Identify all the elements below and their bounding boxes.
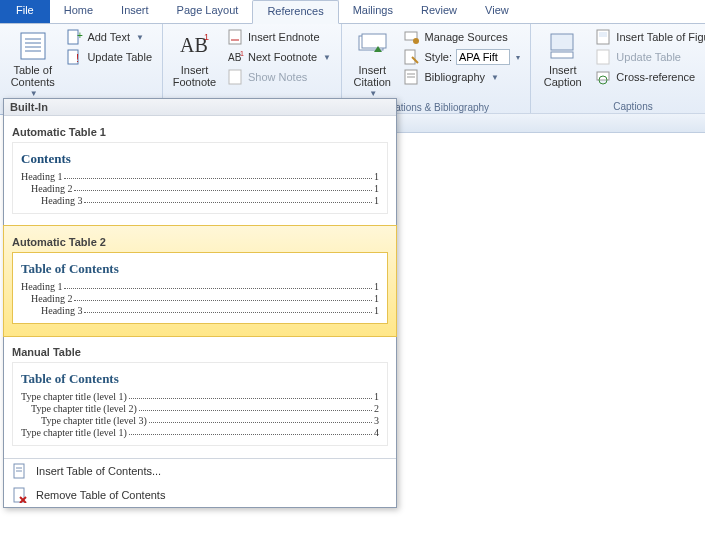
update-table-button[interactable]: ! Update Table (63, 48, 156, 66)
chevron-down-icon: ▼ (491, 73, 499, 82)
tab-mailings[interactable]: Mailings (339, 0, 407, 23)
chevron-down-icon: ▾ (516, 53, 520, 62)
gallery-item-auto2[interactable]: Automatic Table 2 Table of Contents Head… (3, 225, 397, 337)
next-footnote-button[interactable]: AB1 Next Footnote▼ (224, 48, 335, 66)
insert-citation-button[interactable]: Insert Citation ▼ (346, 26, 398, 102)
manage-sources-icon (404, 29, 420, 45)
toc-preview-auto1: Contents Heading 11Heading 21Heading 31 (12, 142, 388, 214)
show-notes-button[interactable]: Show Notes (224, 68, 335, 86)
add-text-icon: + (67, 29, 83, 45)
tab-file[interactable]: File (0, 0, 50, 23)
toc-row: Heading 21 (21, 183, 379, 194)
svg-rect-15 (229, 70, 241, 84)
toc-label: Table of Contents (11, 64, 55, 88)
svg-rect-17 (362, 34, 386, 48)
toc-row-text: Heading 1 (21, 171, 62, 182)
insert-footnote-button[interactable]: AB1 Insert Footnote (167, 26, 222, 101)
svg-rect-24 (551, 34, 573, 50)
svg-text:!: ! (76, 52, 79, 64)
tab-review[interactable]: Review (407, 0, 471, 23)
toc-row-page: 1 (374, 195, 379, 206)
toc-row-page: 1 (374, 281, 379, 292)
tab-insert[interactable]: Insert (107, 0, 163, 23)
svg-rect-11 (229, 30, 241, 44)
toc-row: Type chapter title (level 3)3 (21, 415, 379, 426)
gallery-item-auto2-title: Automatic Table 2 (6, 230, 394, 250)
gallery-item-manual-title: Manual Table (6, 340, 394, 360)
chevron-down-icon: ▼ (136, 33, 144, 42)
toc-row: Heading 31 (21, 195, 379, 206)
bibliography-icon (404, 69, 420, 85)
show-notes-icon (228, 69, 244, 85)
tab-view[interactable]: View (471, 0, 523, 23)
toc-dots (139, 403, 372, 411)
svg-rect-25 (551, 52, 573, 58)
update-icon: ! (67, 49, 83, 65)
gallery-item-auto1[interactable]: Automatic Table 1 Contents Heading 11Hea… (4, 116, 396, 226)
style-input[interactable] (456, 49, 510, 65)
svg-point-19 (413, 38, 419, 44)
endnote-label: Insert Endnote (248, 31, 320, 43)
insert-toc-menuitem[interactable]: Insert Table of Contents... (4, 459, 396, 483)
toc-heading: Table of Contents (21, 371, 379, 387)
gallery-section-builtin: Built-In (4, 99, 396, 116)
toc-row-text: Heading 2 (31, 293, 72, 304)
tof-label: Insert Table of Figures (616, 31, 705, 43)
update-table-label: Update Table (87, 51, 152, 63)
ruler[interactable] (396, 114, 705, 133)
manage-sources-label: Manage Sources (424, 31, 507, 43)
toc-row-page: 1 (374, 293, 379, 304)
toc-dots (64, 281, 372, 289)
svg-text:1: 1 (204, 32, 209, 42)
toc-heading: Contents (21, 151, 379, 167)
next-footnote-icon: AB1 (228, 49, 244, 65)
update-tof-button[interactable]: Update Table (592, 48, 705, 66)
cross-reference-button[interactable]: Cross-reference (592, 68, 705, 86)
toc-row: Type chapter title (level 1)4 (21, 427, 379, 438)
toc-row-text: Heading 2 (31, 183, 72, 194)
manage-sources-button[interactable]: Manage Sources (400, 28, 524, 46)
caption-label: Insert Caption (544, 64, 582, 88)
insert-caption-button[interactable]: Insert Caption (535, 26, 590, 101)
toc-row-page: 3 (374, 415, 379, 426)
table-of-contents-button[interactable]: Table of Contents ▼ (4, 26, 61, 102)
toc-row-page: 1 (374, 305, 379, 316)
add-text-label: Add Text (87, 31, 130, 43)
document-area[interactable] (396, 113, 705, 537)
toc-dots (84, 195, 372, 203)
toc-row-page: 2 (374, 403, 379, 414)
remove-toc-menuitem[interactable]: Remove Table of Contents (4, 483, 396, 507)
toc-dots (149, 415, 372, 423)
style-selector[interactable]: Style: ▾ (400, 48, 524, 66)
style-label: Style: (424, 51, 452, 63)
insert-toc-icon (12, 463, 28, 479)
show-notes-label: Show Notes (248, 71, 307, 83)
toc-row: Heading 11 (21, 281, 379, 292)
tab-references[interactable]: References (252, 0, 338, 24)
toc-row-page: 1 (374, 391, 379, 402)
insert-endnote-button[interactable]: Insert Endnote (224, 28, 335, 46)
add-text-button[interactable]: + Add Text▼ (63, 28, 156, 46)
toc-dots (74, 183, 372, 191)
bibliography-button[interactable]: Bibliography▼ (400, 68, 524, 86)
insert-toc-label: Insert Table of Contents... (36, 465, 161, 477)
caption-icon (547, 30, 579, 62)
bibliography-label: Bibliography (424, 71, 485, 83)
update-tof-icon (596, 49, 612, 65)
toc-dots (84, 305, 372, 313)
footnote-label: Insert Footnote (173, 64, 216, 88)
toc-row-text: Type chapter title (level 1) (21, 427, 127, 438)
gallery-item-manual[interactable]: Manual Table Table of Contents Type chap… (4, 336, 396, 458)
tab-home[interactable]: Home (50, 0, 107, 23)
tab-page-layout[interactable]: Page Layout (163, 0, 253, 23)
style-icon (404, 49, 420, 65)
cross-ref-label: Cross-reference (616, 71, 695, 83)
next-footnote-label: Next Footnote (248, 51, 317, 63)
gallery-item-auto1-title: Automatic Table 1 (6, 120, 394, 140)
footnote-icon: AB1 (178, 30, 210, 62)
svg-text:+: + (77, 30, 83, 41)
toc-row: Type chapter title (level 1)1 (21, 391, 379, 402)
toc-row: Heading 11 (21, 171, 379, 182)
insert-tof-button[interactable]: Insert Table of Figures (592, 28, 705, 46)
svg-text:1: 1 (240, 50, 244, 57)
